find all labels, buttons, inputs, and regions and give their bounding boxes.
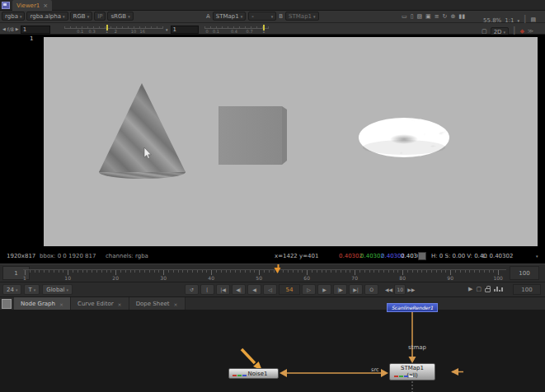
skip-back-icon[interactable]: ◀◀ [385, 287, 392, 292]
playhead[interactable] [275, 264, 282, 275]
node-stmap1-title: STMap1 [390, 365, 435, 372]
skip-forward-icon[interactable]: ▶▶ [407, 287, 415, 292]
next-stop-icon[interactable]: ▶ [16, 25, 19, 34]
pixel-info-bar: 1920x817 bbox: 0 0 1920 817 channels: rg… [0, 249, 545, 264]
frame-tick [54, 270, 54, 273]
tab-label: Dope Sheet [136, 301, 170, 307]
loop-button[interactable]: O [364, 284, 378, 295]
chevron-down-icon[interactable]: ▾ [166, 27, 168, 32]
tab-label: Node Graph [21, 301, 55, 307]
frame-ruler[interactable]: 1102030405060708090100 [23, 264, 506, 282]
frame-tick [178, 270, 179, 273]
frame-tick [125, 270, 126, 273]
monitor-out-icon[interactable]: ▣ [425, 12, 431, 21]
checkerboard-icon[interactable]: ▨ [416, 12, 422, 21]
close-icon[interactable]: × [118, 301, 122, 307]
slider-marker[interactable] [106, 25, 108, 30]
frame-tick-label: 70 [351, 275, 358, 281]
performance-bars-icon[interactable] [494, 286, 503, 292]
play-backward-button[interactable]: ◀ [247, 284, 261, 295]
frame-layout-icon[interactable]: ▯ [411, 12, 414, 21]
close-icon[interactable]: × [43, 2, 48, 9]
selected-node-scanlinerender[interactable]: ScanlineRender1 [387, 303, 438, 312]
range-scope-dropdown[interactable]: Global▾ [42, 284, 73, 295]
ip-toggle[interactable]: IP [94, 12, 106, 21]
tab-dope-sheet[interactable]: Dope Sheet× [129, 297, 186, 310]
tab-curve-editor[interactable]: Curve Editor× [71, 297, 129, 310]
frame-tick [283, 270, 284, 273]
pane-menu-icon[interactable] [2, 299, 12, 309]
prev-keyframe-button[interactable]: ◀| [232, 284, 246, 295]
last-frame-button[interactable]: ▶| [349, 284, 363, 295]
frame-tick [298, 270, 298, 273]
frame-tick [187, 270, 188, 273]
close-icon[interactable]: × [59, 301, 63, 307]
play-forward-button[interactable]: ▶ [317, 284, 331, 295]
slider-marker[interactable] [263, 25, 265, 30]
viewer-canvas[interactable]: 1 [0, 35, 545, 249]
pause-icon[interactable]: ▮▮ [458, 12, 465, 21]
frame-tick-label: 50 [256, 275, 262, 281]
next-keyframe-button[interactable]: |▶ [333, 284, 347, 295]
input-a-dropdown[interactable]: STMap1▾ [213, 12, 246, 21]
gamma-input[interactable]: 1 [171, 26, 199, 34]
chevron-down-icon: ▾ [20, 14, 22, 19]
close-icon[interactable]: × [174, 301, 178, 307]
frame-tick [293, 270, 294, 273]
color-swatch [418, 252, 426, 260]
frame-tick [149, 270, 150, 273]
frame-tick-label: 80 [399, 275, 406, 281]
frame-tick [49, 270, 49, 273]
channel-chip [237, 375, 242, 376]
range-end-field[interactable]: 100 [510, 266, 539, 280]
first-frame-button[interactable]: |◀ [216, 284, 230, 295]
prev-stop-icon[interactable]: ◀ [2, 25, 6, 34]
flipbook-play-icon[interactable]: ▶ [468, 286, 472, 292]
input-b-dropdown[interactable]: STMap1▾ [285, 12, 318, 21]
frame-tick [441, 270, 442, 273]
update-icon[interactable]: ⊕ [450, 12, 455, 21]
timeline[interactable]: 1 1102030405060708090100 100 [0, 264, 545, 282]
red-value: 0.40302 [339, 253, 363, 259]
gain-slider[interactable]: 0.10.3121016 [64, 24, 163, 34]
fps-dropdown[interactable]: 24▾ [2, 284, 21, 295]
refresh-icon[interactable]: ↻ [443, 12, 448, 21]
current-frame-field[interactable]: 54 [279, 284, 300, 295]
node-noise1[interactable]: Noise1 [228, 368, 279, 379]
display-channels-dropdown[interactable]: RGB▾ [70, 12, 93, 21]
layer-dropdown[interactable]: rgba▾ [2, 12, 25, 21]
tab-label: Curve Editor [78, 301, 114, 307]
frame-display-toggle[interactable]: T▾ [24, 284, 40, 295]
luminance-label: L: 0.40302 [482, 253, 513, 259]
tab-node-graph[interactable]: Node Graph× [14, 297, 71, 310]
step-back-button[interactable]: ◁ [263, 284, 277, 295]
channel-chip [399, 376, 403, 377]
playback-controls: ↺[|◀◀|◀◁54▷▶|▶▶|O◀◀10▶▶ [185, 284, 415, 295]
alpha-dropdown[interactable]: rgba.alpha▾ [26, 12, 68, 21]
loop-mode-button[interactable]: ↺ [185, 284, 199, 295]
range-bracket-button[interactable]: [ [200, 284, 214, 295]
viewer-tab[interactable]: Viewer1 × [12, 0, 52, 11]
frame-tick [378, 270, 379, 273]
node-graph-pane[interactable] [0, 310, 545, 392]
viewer-image[interactable] [44, 37, 538, 246]
frame-tick [30, 270, 31, 273]
blend-dropdown[interactable]: -▾ [248, 12, 276, 21]
colorspace-dropdown[interactable]: sRGB▾ [107, 12, 133, 21]
end-frame-field[interactable]: 100 [513, 284, 541, 295]
gain-input[interactable]: 1 [21, 26, 50, 34]
gamma-slider[interactable]: 00.10.40.71 [204, 24, 269, 34]
torus-shape [359, 118, 449, 157]
chevron-down-icon[interactable]: ▾ [536, 254, 538, 259]
flipbook-stop-icon[interactable]: ▢ [476, 286, 482, 292]
frame-increment-field[interactable]: 10 [394, 284, 406, 295]
frame-tick [63, 270, 63, 273]
frame-tick [144, 270, 145, 273]
gain-list-icon[interactable]: ≡ [435, 12, 439, 21]
node-stmap1[interactable]: STMap1 (all) [389, 363, 435, 380]
frame-tick [393, 270, 394, 273]
wipe-layout-icon[interactable]: ▭ [402, 12, 407, 21]
step-forward-button[interactable]: ▷ [302, 284, 316, 295]
lock-range-icon[interactable] [485, 288, 491, 292]
frame-tick [397, 270, 398, 273]
